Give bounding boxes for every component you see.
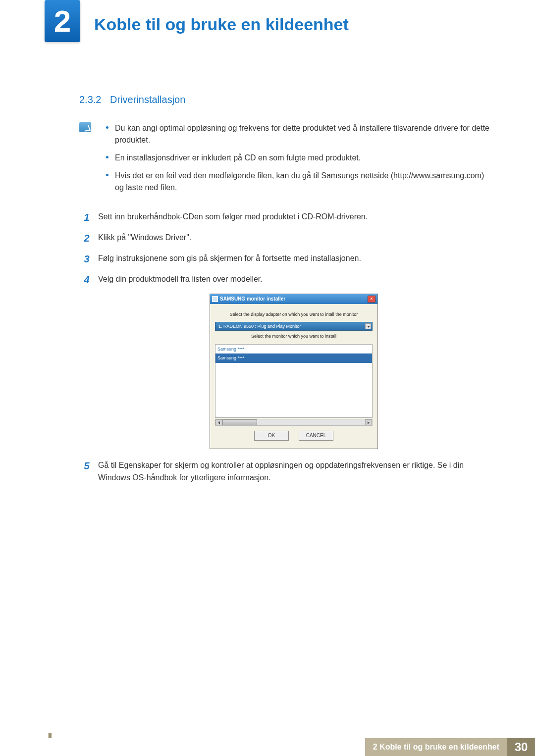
scroll-thumb[interactable]	[222, 419, 257, 425]
steps-list: 1 Sett inn brukerhåndbok-CDen som følger…	[79, 209, 490, 484]
note-item: Du kan angi optimal oppløsning og frekve…	[104, 122, 490, 146]
page-footer: 2 Koble til og bruke en kildeenhet 30	[0, 733, 535, 756]
cancel-button[interactable]: CANCEL	[299, 431, 333, 441]
dialog-title: SAMSUNG monitor installer	[220, 295, 368, 303]
note-icon	[79, 122, 94, 200]
scroll-track[interactable]	[257, 419, 365, 425]
step-text: Følg instruksjonene som gis på skjermen …	[94, 251, 490, 267]
left-rail-inner	[49, 733, 51, 738]
scroll-right-icon[interactable]	[365, 419, 372, 425]
page-content: 2.3.2 Driverinstallasjon Du kan angi opt…	[79, 94, 490, 489]
chapter-number: 2	[54, 6, 71, 37]
step-number: 4	[79, 272, 94, 288]
subsection-heading: 2.3.2 Driverinstallasjon	[79, 94, 490, 105]
ok-button[interactable]: OK	[254, 431, 289, 441]
step-number: 1	[79, 209, 94, 225]
chapter-badge: 2	[45, 0, 80, 42]
monitor-list[interactable]: Samsung **** Samsung ****	[215, 344, 373, 418]
step-number: 5	[79, 458, 94, 484]
chevron-down-icon	[365, 323, 371, 329]
step-text: Sett inn brukerhåndbok-CDen som følger m…	[94, 209, 490, 225]
dialog-titlebar: SAMSUNG monitor installer ×	[210, 294, 377, 304]
scroll-left-icon[interactable]	[215, 419, 222, 425]
list-item[interactable]: Samsung ****	[215, 353, 372, 362]
dialog-label: Select the display adapter on which you …	[215, 311, 373, 318]
note-block: Du kan angi optimal oppløsning og frekve…	[79, 122, 490, 200]
step-item: 5 Gå til Egenskaper for skjerm og kontro…	[79, 458, 490, 484]
dialog-body: Select the display adapter on which you …	[210, 304, 377, 449]
installer-dialog: SAMSUNG monitor installer × Select the d…	[210, 294, 378, 449]
step-text: Klikk på "Windows Driver".	[94, 230, 490, 246]
dialog-screenshot: SAMSUNG monitor installer × Select the d…	[97, 294, 490, 449]
subsection-number: 2.3.2	[79, 94, 101, 105]
footer-bar: 2 Koble til og bruke en kildeenhet 30	[52, 738, 535, 756]
dialog-buttons: OK CANCEL	[215, 426, 373, 444]
list-blank	[215, 363, 372, 417]
dialog-label: Select the monitor which you want to ins…	[215, 333, 373, 340]
window-icon	[212, 296, 218, 302]
step-item: 1 Sett inn brukerhåndbok-CDen som følger…	[79, 209, 490, 225]
step-item: 4 Velg din produktmodell fra listen over…	[79, 272, 490, 288]
subsection-title: Driverinstallasjon	[110, 94, 185, 105]
document-page: 2 Koble til og bruke en kildeenhet 2.3.2…	[0, 0, 535, 756]
step-text: Gå til Egenskaper for skjerm og kontroll…	[94, 458, 490, 484]
list-item[interactable]: Samsung ****	[215, 345, 372, 353]
horizontal-scrollbar[interactable]	[215, 419, 373, 426]
step-item: 2 Klikk på "Windows Driver".	[79, 230, 490, 246]
chapter-title: Koble til og bruke en kildeenhet	[94, 15, 349, 34]
step-number: 3	[79, 251, 94, 267]
adapter-value: 1. RADEON 9550 : Plug and Play Monitor	[218, 323, 301, 330]
adapter-select[interactable]: 1. RADEON 9550 : Plug and Play Monitor	[215, 322, 373, 331]
note-item: Hvis det er en feil ved den medfølgende …	[104, 170, 490, 194]
note-item: En installasjonsdriver er inkludert på C…	[104, 152, 490, 164]
page-number: 30	[507, 738, 535, 756]
page-header: 2 Koble til og bruke en kildeenhet	[0, 0, 535, 54]
close-icon[interactable]: ×	[368, 296, 375, 302]
note-list: Du kan angi optimal oppløsning og frekve…	[104, 122, 490, 200]
step-item: 3 Følg instruksjonene som gis på skjerme…	[79, 251, 490, 267]
footer-title: 2 Koble til og bruke en kildeenhet	[365, 738, 507, 756]
step-number: 2	[79, 230, 94, 246]
step-text: Velg din produktmodell fra listen over m…	[94, 272, 490, 288]
